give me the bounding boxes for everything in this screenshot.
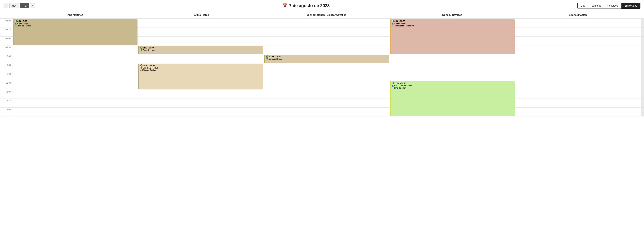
cell-col3-slot7[interactable]: [264, 81, 390, 90]
cell-col2-slot2[interactable]: [138, 36, 264, 45]
scrollbar-cell-6: [641, 72, 644, 81]
cell-col1-slot0[interactable]: $8:00 - 9:30👤Andrea López✂Corte de cabel…: [12, 19, 138, 28]
cell-col2-slot3[interactable]: $9:30 - 10:00👤Arya Rodríguez: [138, 45, 264, 54]
col-header-time: [0, 11, 12, 19]
scrollbar-cell-1: [641, 28, 644, 36]
cell-col3-slot9[interactable]: [264, 99, 390, 108]
person-icon: 👤: [392, 85, 394, 87]
cell-col5-slot1[interactable]: [515, 28, 641, 36]
cell-col2-slot5[interactable]: $10:30 - 12:00👤Daniela Del Hoyo✂Uñas de …: [138, 63, 264, 72]
cell-col5-slot4[interactable]: [515, 54, 641, 63]
cell-col1-slot5[interactable]: [12, 63, 138, 72]
cell-col2-slot9[interactable]: [138, 99, 264, 108]
cell-col2-slot4[interactable]: [138, 54, 264, 63]
money-icon: $: [266, 55, 268, 58]
cell-col4-slot4[interactable]: [390, 54, 515, 63]
money-icon: $: [392, 20, 394, 22]
person-icon: 👤: [140, 49, 142, 51]
scrollbar-cell-10: [641, 108, 644, 116]
cell-col3-slot3[interactable]: [264, 45, 390, 54]
cell-col1-slot9[interactable]: [12, 99, 138, 108]
cell-col5-slot9[interactable]: [515, 99, 641, 108]
cell-col4-slot7[interactable]: $11:30 - 13:10👤Gabriela Hernandez✂Baño d…: [390, 81, 515, 90]
cell-col3-slot0[interactable]: [264, 19, 390, 28]
event-e1[interactable]: $8:00 - 9:30👤Andrea López✂Corte de cabel…: [13, 19, 138, 45]
money-icon: $: [140, 64, 142, 67]
cell-col3-slot6[interactable]: [264, 72, 390, 81]
cell-col4-slot6[interactable]: [390, 72, 515, 81]
cell-col1-slot8[interactable]: [12, 90, 138, 99]
cell-col2-slot1[interactable]: [138, 28, 264, 36]
cell-col3-slot8[interactable]: [264, 90, 390, 99]
cell-col4-slot5[interactable]: [390, 63, 515, 72]
event-e2[interactable]: $9:30 - 10:00👤Arya Rodríguez: [138, 46, 263, 54]
today-button[interactable]: Hoy: [10, 3, 19, 8]
col-header-sin: Sin Asignación: [515, 11, 641, 19]
time-label-6: 11:00: [0, 72, 12, 81]
cell-col5-slot10[interactable]: [515, 108, 641, 116]
cell-col5-slot3[interactable]: [515, 45, 641, 54]
col-header-nohemi: Nohemi Cavazos: [390, 11, 515, 19]
cell-col2-slot0[interactable]: [138, 19, 264, 28]
calendar-icon: 📅: [283, 3, 288, 8]
time-label-5: 10:30: [0, 63, 12, 72]
calendar-container[interactable]: Ana Martínez Fatima Flores Jennifer Nohe…: [0, 11, 644, 248]
money-icon: $: [392, 82, 394, 84]
header-left: ‹ Hoy Ir a ›: [4, 3, 35, 8]
time-label-7: 11:30: [0, 81, 12, 90]
col-header-scrollbar: [641, 11, 644, 19]
goto-button[interactable]: Ir a: [20, 3, 29, 8]
col-header-ana: Ana Martínez: [12, 11, 138, 19]
cell-col5-slot5[interactable]: [515, 63, 641, 72]
scrollbar-cell-3: [641, 45, 644, 54]
money-icon: $: [14, 20, 17, 22]
cell-col5-slot7[interactable]: [515, 81, 641, 90]
cell-col2-slot10[interactable]: [138, 108, 264, 116]
cell-col5-slot0[interactable]: [515, 19, 641, 28]
app-container: ‹ Hoy Ir a › 📅 7 de agosto de 2023 Día S…: [0, 0, 644, 248]
cell-col3-slot1[interactable]: [264, 28, 390, 36]
prev-button[interactable]: ‹: [4, 3, 8, 8]
view-day-button[interactable]: Día: [578, 3, 588, 8]
cell-col3-slot5[interactable]: [264, 63, 390, 72]
person-icon: 👤: [392, 22, 394, 24]
event-e4[interactable]: $10:00 - 10:30👤Carolina Rivera: [264, 55, 389, 63]
scrollbar-cell-8: [641, 90, 644, 99]
cell-col5-slot6[interactable]: [515, 72, 641, 81]
scrollbar-cell-4: [641, 54, 644, 63]
cell-col3-slot10[interactable]: [264, 108, 390, 116]
scissors-icon: ✂: [392, 87, 393, 89]
scrollbar-cell-2: [641, 36, 644, 45]
time-label-0: 08:00: [0, 19, 12, 28]
event-e6[interactable]: $11:30 - 13:10👤Gabriela Hernandez✂Baño d…: [390, 81, 514, 116]
time-label-8: 12:00: [0, 90, 12, 99]
cell-col1-slot4[interactable]: [12, 54, 138, 63]
view-switcher: Día Semana Recursos Empleados: [578, 3, 640, 9]
event-e5[interactable]: $8:00 - 10:00👤Angela Salas✂Tratamiento d…: [390, 19, 514, 54]
cell-col4-slot0[interactable]: $8:00 - 10:00👤Angela Salas✂Tratamiento d…: [390, 19, 515, 28]
cell-col1-slot7[interactable]: [12, 81, 138, 90]
cell-col1-slot3[interactable]: [12, 45, 138, 54]
scrollbar-cell-7: [641, 81, 644, 90]
cell-col5-slot8[interactable]: [515, 90, 641, 99]
scissors-icon: ✂: [140, 69, 142, 71]
view-week-button[interactable]: Semana: [588, 3, 604, 8]
time-label-9: 12:30: [0, 99, 12, 108]
money-icon: $: [140, 46, 142, 49]
person-icon: 👤: [266, 58, 268, 60]
event-e3[interactable]: $10:30 - 12:00👤Daniela Del Hoyo✂Uñas de …: [138, 63, 263, 89]
col-header-fatima: Fatima Flores: [138, 11, 264, 19]
view-resources-button[interactable]: Recursos: [604, 3, 621, 8]
cell-col5-slot2[interactable]: [515, 36, 641, 45]
cell-col2-slot8[interactable]: [138, 90, 264, 99]
scissors-icon: ✂: [14, 25, 16, 27]
view-employees-button[interactable]: Empleados: [622, 3, 640, 8]
cell-col3-slot4[interactable]: $10:00 - 10:30👤Carolina Rivera: [264, 54, 390, 63]
cell-col3-slot2[interactable]: [264, 36, 390, 45]
header-title: 7 de agosto de 2023: [289, 3, 330, 8]
time-label-3: 09:30: [0, 45, 12, 54]
cell-col1-slot10[interactable]: [12, 108, 138, 116]
next-button[interactable]: ›: [30, 3, 35, 8]
cell-col1-slot6[interactable]: [12, 72, 138, 81]
calendar-grid: Ana Martínez Fatima Flores Jennifer Nohe…: [0, 11, 644, 116]
